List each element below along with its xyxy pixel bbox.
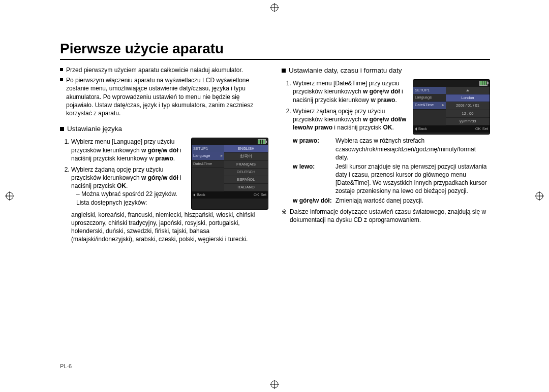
page-number: PL-6 — [60, 363, 72, 369]
lcd-menu-title: SETUP1 — [192, 145, 224, 152]
lcd-back-button: Back — [193, 192, 205, 198]
intro-bullet: Po pierwszym włączeniu aparatu na wyświe… — [60, 76, 268, 117]
lcd-menu-row: Date&Time — [192, 160, 224, 168]
page-title: Pierwsze użycie aparatu — [60, 41, 490, 60]
lcd-menu-row: Language▸ — [192, 152, 224, 160]
def-text: Wybiera czas w różnych strefach czasowyc… — [336, 137, 490, 161]
direction-definitions: w prawo: Wybiera czas w różnych strefach… — [282, 137, 490, 205]
intro-text-1: Przed pierwszym użyciem aparatu całkowic… — [66, 66, 243, 74]
def-row: w górę/w dół: Zmieniają wartość danej po… — [293, 197, 490, 205]
language-sub-dash: – Można wybrać spośród 22 języków. Lista… — [76, 190, 186, 206]
def-text: Zmieniają wartość danej pozycji. — [336, 197, 423, 205]
language-step-2: Wybierz żądaną opcję przy użyciu przycis… — [71, 166, 186, 207]
lcd-preview-language: SETUP1 Language▸ Date&Time ENGLISH 한국어 F… — [191, 138, 268, 210]
datetime-step-1: Wybierz menu [Date&Time] przy użyciu prz… — [293, 79, 408, 104]
def-row: w lewo: Jeśli kursor znajduje się na pie… — [293, 162, 490, 195]
chevron-right-icon: ▸ — [442, 103, 444, 108]
triangle-left-icon — [415, 127, 417, 130]
datetime-steps: Wybierz menu [Date&Time] przy użyciu prz… — [282, 79, 408, 132]
registration-mark-left — [5, 191, 14, 201]
language-step-1: Wybierz menu [Language] przy użyciu przy… — [71, 138, 186, 162]
intro-bullet: Przed pierwszym użyciem aparatu całkowic… — [60, 66, 268, 74]
page-content: Pierwsze użycie aparatu Przed pierwszym … — [60, 41, 490, 244]
section-heading-language: Ustawianie języka — [60, 124, 268, 134]
lcd-value-row: yy/mm/dd — [446, 118, 490, 125]
chevron-right-icon: ▸ — [221, 153, 223, 158]
lcd-menu-row: Language — [413, 94, 446, 102]
lcd-value-row: 12 : 00 — [446, 110, 490, 118]
def-label: w lewo: — [293, 162, 332, 195]
right-column: Ustawianie daty, czasu i formatu daty Wy… — [282, 66, 490, 244]
lcd-back-button: Back — [415, 126, 427, 132]
def-label: w górę/w dół: — [293, 197, 332, 205]
lcd-list-row: 한국어 — [224, 153, 268, 160]
intro-text-2: Po pierwszym włączeniu aparatu na wyświe… — [66, 76, 268, 117]
lcd-list-row: ESPAÑOL — [224, 176, 268, 184]
def-row: w prawo: Wybiera czas w różnych strefach… — [293, 137, 490, 161]
bullet-icon — [60, 78, 63, 81]
def-label: w prawo: — [293, 137, 332, 161]
triangle-left-icon — [193, 193, 195, 197]
section-heading-text: Ustawianie języka — [67, 124, 122, 134]
lcd-ok-button: OK Set — [254, 192, 266, 198]
registration-mark-top — [270, 3, 279, 12]
lcd-preview-datetime: SETUP1 Language Date&Time▸ London 2008 /… — [413, 79, 490, 135]
lcd-menu-row: Date&Time▸ — [413, 102, 446, 109]
footnote-text: Dalsze informacje dotyczące ustawień cza… — [290, 208, 490, 224]
left-column: Przed pierwszym użyciem aparatu całkowic… — [60, 66, 268, 244]
lcd-list-row: DEUTSCH — [224, 169, 268, 176]
lcd-ok-button: OK Set — [475, 126, 488, 132]
language-list-paragraph: angielski, koreański, francuski, niemiec… — [60, 211, 268, 244]
datetime-step-2: Wybierz żądaną opcję przy użyciu przycis… — [293, 107, 408, 132]
registration-mark-right — [535, 191, 544, 201]
lcd-menu-title: SETUP1 — [413, 87, 446, 94]
section-heading-text: Ustawianie daty, czasu i formatu daty — [289, 66, 402, 75]
note-mark-icon: ※ — [282, 208, 287, 224]
lcd-value-row — [446, 87, 490, 94]
lcd-value-row: London — [446, 94, 490, 102]
lcd-list-row: FRANÇAIS — [224, 161, 268, 169]
section-bullet-icon — [282, 69, 286, 73]
footnote: ※ Dalsze informacje dotyczące ustawień c… — [282, 208, 490, 224]
battery-icon — [479, 81, 487, 86]
lcd-list-row: ITALIANO — [224, 184, 268, 191]
triangle-up-icon — [466, 89, 469, 91]
bullet-icon — [60, 68, 63, 71]
section-bullet-icon — [60, 127, 64, 131]
def-text: Jeśli kursor znajduje się na pierwszej p… — [336, 162, 490, 195]
section-heading-datetime: Ustawianie daty, czasu i formatu daty — [282, 66, 490, 75]
battery-icon — [258, 139, 266, 144]
language-steps: Wybierz menu [Language] przy użyciu przy… — [60, 138, 186, 207]
registration-mark-bottom — [270, 380, 279, 389]
lcd-value-row: 2008 / 01 / 01 — [446, 102, 490, 110]
lcd-list-row: ENGLISH — [224, 145, 268, 153]
